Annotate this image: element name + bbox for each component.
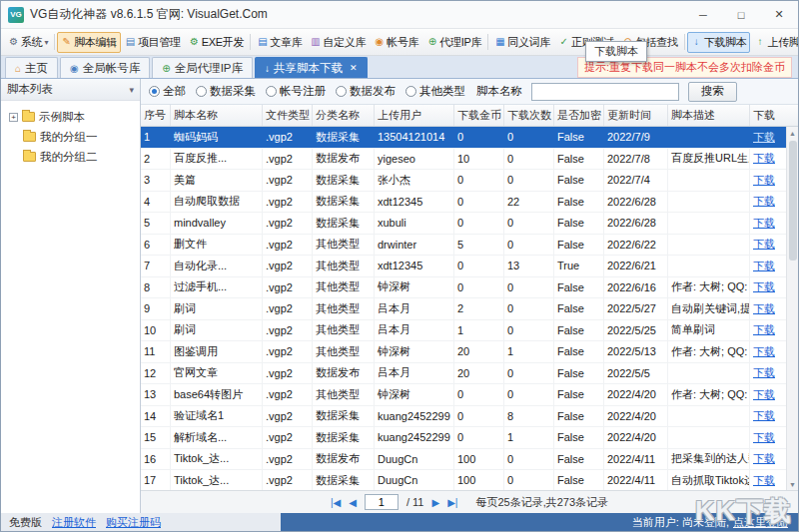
table-row[interactable]: 8过滤手机....vgp2其他类型钟深树00False2022/6/16作者: … [141,277,786,299]
close-button[interactable]: ✕ [760,1,798,28]
scroll-up-icon[interactable]: ▲ [787,127,798,139]
toolbar-item-account-lib[interactable]: ◉帐号库 [370,32,422,53]
search-button[interactable]: 搜索 [688,82,737,102]
col-updated[interactable]: 更新时间 [604,105,668,126]
download-link[interactable]: 下载 [753,279,775,294]
status-bar: 免费版 注册软件 购买注册码 当前用户: 尚未登陆, 点这里登陆 [1,513,798,531]
prev-page-button[interactable]: ◀ [349,497,357,508]
scrollbar-thumb[interactable] [789,141,797,261]
download-link[interactable]: 下载 [753,194,775,209]
table-row[interactable]: 16Tiktok_达....vgp2数据发布DuugCn1000False202… [141,449,786,471]
col-downloads[interactable]: 下载次数 [504,105,554,126]
tab-home[interactable]: ⌂主页 [5,57,58,78]
table-row[interactable]: 11图鉴调用.vgp2其他类型钟深树201False2022/5/13作者: 大… [141,341,786,363]
col-coins[interactable]: 下载金币 [454,105,504,126]
cell-name: 图鉴调用 [171,341,263,362]
table-row[interactable]: 3美篇.vgp2数据采集张小杰00False2022/7/4下载 [141,170,786,192]
last-page-button[interactable]: ▶| [447,497,457,508]
download-link[interactable]: 下载 [753,151,775,166]
download-link[interactable]: 下载 [753,301,775,316]
col-category[interactable]: 分类名称 [313,105,375,126]
toolbar-item-script-edit[interactable]: ✎脚本编辑 [57,32,121,53]
table-row[interactable]: 7自动化录....vgp2其他类型xdt12345013True2022/6/2… [141,256,786,277]
download-link[interactable]: 下载 [753,173,775,188]
download-link[interactable]: 下载 [753,237,775,252]
cell-file-type: .vgp2 [263,213,313,234]
col-desc[interactable]: 脚本描述 [668,105,750,126]
tab-shared-script-download[interactable]: ↓共享脚本下载✕ [255,57,368,78]
page-count: / 11 [406,496,424,508]
filter-radio-2[interactable]: 帐号注册 [266,84,326,99]
col-file-type[interactable]: 文件类型 [263,105,313,126]
table-row[interactable]: 5mindvalley.vgp2数据采集xubuli00False2022/6/… [141,213,786,235]
table-row[interactable]: 1蜘码妈码.vgp2数据采集1350412101400False2022/7/9… [141,127,786,149]
tab-global-proxy-ip[interactable]: ⊕全局代理IP库 [152,57,253,78]
tree-item-0[interactable]: +示例脚本 [5,107,136,127]
filter-radio-4[interactable]: 其他类型 [405,84,465,99]
download-link[interactable]: 下载 [753,365,775,380]
expand-icon[interactable]: + [9,113,18,122]
toolbar-item-upload-script[interactable]: ↑上传脚本 [750,32,798,53]
table-row[interactable]: 2百度反推....vgp2数据发布yigeseo100False2022/7/8… [141,149,786,171]
toolbar-item-project-manage[interactable]: ▤项目管理 [121,32,185,53]
cell-encrypted: False [554,406,604,427]
table-row[interactable]: 6删文件.vgp2其他类型drwinter50False2022/6/22下载 [141,235,786,257]
toolbar-item-system[interactable]: ⚙系统▾ [4,32,52,53]
script-name-input[interactable] [531,83,679,101]
filter-radio-1[interactable]: 数据采集 [196,84,256,99]
col-encrypted[interactable]: 是否加密 [554,105,604,126]
maximize-button[interactable]: □ [722,1,760,28]
download-link[interactable]: 下载 [753,473,775,488]
edition-label: 免费版 [9,515,42,530]
minimize-button[interactable]: ─ [684,1,722,28]
filter-radio-3[interactable]: 数据发布 [336,84,396,99]
download-link[interactable]: 下载 [753,130,775,145]
download-link[interactable]: 下载 [753,451,775,466]
col-user[interactable]: 上传用户 [375,105,454,126]
cell-desc: 自动抓取Tiktok达人广... [668,470,750,490]
toolbar-item-proxy-ip-lib[interactable]: ⊕代理IP库 [422,32,485,53]
toolbar-item-exe-dev[interactable]: ⚙EXE开发 [185,32,249,53]
table-row[interactable]: 14验证域名1.vgp2数据采集kuang245229908False2022/… [141,406,786,428]
tab-close-icon[interactable]: ✕ [350,63,358,73]
table-row[interactable]: 10刷词.vgp2其他类型吕本月10False2022/5/25简单刷词下载 [141,320,786,342]
toolbar-item-download-script[interactable]: ↓下载脚本 [687,32,751,53]
col-no[interactable]: 序号 [141,105,171,126]
table-row[interactable]: 15解析域名....vgp2数据采集kuang245229901False202… [141,427,786,449]
filter-radio-0[interactable]: 全部 [149,84,186,99]
buy-license-link[interactable]: 购买注册码 [106,515,161,530]
download-link[interactable]: 下载 [753,344,775,359]
scroll-down-icon[interactable]: ▼ [787,478,798,490]
page-input[interactable] [365,494,399,510]
cell-encrypted: False [554,341,604,362]
table-row[interactable]: 12官网文章.vgp2数据发布吕本月200False2022/5/5下载 [141,363,786,385]
table-row[interactable]: 17Tiktok_达....vgp2数据采集DuugCn1000False202… [141,470,786,490]
download-link[interactable]: 下载 [753,430,775,445]
cell-updated: 2022/4/11 [604,470,668,490]
toolbar-item-synonym-lib[interactable]: ▦同义词库 [490,32,554,53]
cell-download: 下载 [750,449,786,470]
table-row[interactable]: 4自动爬取数据.vgp2数据采集xdt12345022False2022/6/2… [141,192,786,214]
download-link[interactable]: 下载 [753,322,775,337]
toolbar-item-custom-lib[interactable]: ▥自定义库 [306,32,370,53]
table-header: 序号脚本名称文件类型分类名称上传用户下载金币下载次数是否加密更新时间脚本描述下载 [141,105,798,127]
sidebar-collapse-icon[interactable]: ▾ [129,85,134,95]
first-page-button[interactable]: |◀ [331,497,341,508]
custom-lib-icon: ▥ [310,37,321,47]
toolbar-item-article-lib[interactable]: ▤文章库 [253,32,306,53]
next-page-button[interactable]: ▶ [431,497,439,508]
tab-global-accounts[interactable]: ◉全局帐号库 [60,57,150,78]
download-link[interactable]: 下载 [753,259,775,273]
register-software-link[interactable]: 注册软件 [52,515,96,530]
table-row[interactable]: 13base64转图片.vgp2其他类型钟深树00False2022/4/20作… [141,384,786,406]
tree-item-2[interactable]: 我的分组二 [5,147,136,167]
col-download[interactable]: 下载 [750,105,786,126]
tree-item-1[interactable]: 我的分组一 [5,127,136,147]
vertical-scrollbar[interactable]: ▲ ▼ [786,127,798,490]
col-name[interactable]: 脚本名称 [171,105,263,126]
table-row[interactable]: 9刷词.vgp2其他类型吕本月20False2022/5/27自动刷关键词,提升… [141,298,786,320]
download-link[interactable]: 下载 [753,216,775,231]
download-link[interactable]: 下载 [753,408,775,423]
download-link[interactable]: 下载 [753,387,775,402]
cell-downloads: 1 [504,427,554,448]
